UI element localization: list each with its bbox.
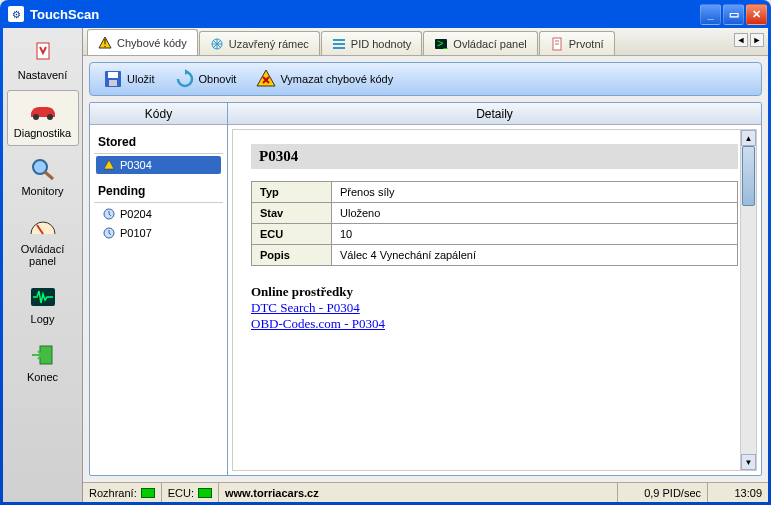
warning-icon — [102, 158, 116, 172]
status-interface: Rozhraní: — [83, 483, 162, 502]
svg-point-2 — [47, 114, 53, 120]
warning-icon: ! — [98, 36, 112, 50]
svg-text:>_: >_ — [437, 37, 448, 49]
row-typ-value: Přenos síly — [332, 182, 738, 203]
svg-rect-11 — [333, 43, 345, 45]
window-title: TouchScan — [28, 7, 700, 22]
tab-scroll-left[interactable]: ◄ — [734, 33, 748, 47]
tab-pid-values[interactable]: PID hodnoty — [321, 31, 423, 55]
sidebar-item-label: Ovládací panel — [10, 243, 76, 267]
code-label: P0204 — [120, 208, 152, 220]
code-label: P0107 — [120, 227, 152, 239]
car-icon — [27, 97, 59, 125]
tab-initial[interactable]: Prvotní — [539, 31, 615, 55]
settings-icon — [27, 39, 59, 67]
save-button[interactable]: Uložit — [94, 65, 164, 93]
code-item-p0204[interactable]: P0204 — [96, 205, 221, 223]
sidebar-item-logs[interactable]: Logy — [7, 276, 79, 332]
stored-group-head: Stored — [94, 131, 223, 154]
detail-table: TypPřenos síly StavUloženo ECU10 PopisVá… — [251, 181, 738, 266]
row-stav-value: Uloženo — [332, 203, 738, 224]
code-label: P0304 — [120, 159, 152, 171]
button-label: Vymazat chybové kódy — [280, 73, 393, 85]
magnifier-icon — [27, 155, 59, 183]
maximize-button[interactable]: ▭ — [723, 4, 744, 25]
sidebar-item-label: Konec — [10, 371, 76, 383]
ecu-label: ECU: — [168, 487, 194, 499]
close-button[interactable]: ✕ — [746, 4, 767, 25]
row-popis-label: Popis — [252, 245, 332, 266]
tab-label: Uzavřený rámec — [229, 38, 309, 50]
statusbar: Rozhraní: ECU: www.torriacars.cz 0,9 PID… — [83, 482, 768, 502]
sidebar-item-label: Monitory — [10, 185, 76, 197]
tab-freeze-frame[interactable]: Uzavřený rámec — [199, 31, 320, 55]
scroll-up-arrow[interactable]: ▲ — [741, 130, 756, 146]
codes-column: Kódy Stored P0304 Pending P0204 — [90, 103, 228, 475]
tabs: ! Chybové kódy Uzavřený rámec PID hodnot… — [83, 28, 768, 56]
pending-group-head: Pending — [94, 180, 223, 203]
sidebar-item-exit[interactable]: Konec — [7, 334, 79, 390]
code-item-p0304[interactable]: P0304 — [96, 156, 221, 174]
interface-led — [141, 488, 155, 498]
list-icon — [332, 37, 346, 51]
tab-control-panel[interactable]: >_ Ovládací panel — [423, 31, 537, 55]
row-typ-label: Typ — [252, 182, 332, 203]
sidebar-item-monitors[interactable]: Monitory — [7, 148, 79, 204]
svg-rect-12 — [333, 47, 345, 49]
minimize-button[interactable]: _ — [700, 4, 721, 25]
tab-label: Chybové kódy — [117, 37, 187, 49]
codes-header: Kódy — [90, 103, 227, 125]
clock-icon — [102, 207, 116, 221]
interface-label: Rozhraní: — [89, 487, 137, 499]
svg-point-1 — [33, 114, 39, 120]
link-obd-codes[interactable]: OBD-Codes.com - P0304 — [251, 316, 738, 332]
sidebar-item-label: Diagnostika — [10, 127, 76, 139]
tab-scroll-right[interactable]: ► — [750, 33, 764, 47]
wave-icon — [27, 283, 59, 311]
sidebar-item-settings[interactable]: Nastavení — [7, 32, 79, 88]
button-label: Obnovit — [199, 73, 237, 85]
status-url: www.torriacars.cz — [219, 483, 618, 502]
tab-label: Ovládací panel — [453, 38, 526, 50]
row-ecu-label: ECU — [252, 224, 332, 245]
warning-x-icon — [256, 69, 276, 89]
terminal-icon: >_ — [434, 37, 448, 51]
svg-text:!: ! — [103, 37, 106, 49]
sidebar-item-label: Nastavení — [10, 69, 76, 81]
sidebar: Nastavení Diagnostika Monitory Ovládací … — [3, 28, 83, 502]
toolbar: Uložit Obnovit Vymazat chybové kódy — [89, 62, 762, 96]
tab-error-codes[interactable]: ! Chybové kódy — [87, 29, 198, 55]
row-stav-label: Stav — [252, 203, 332, 224]
titlebar: ⚙ TouchScan _ ▭ ✕ — [0, 0, 771, 28]
svg-line-4 — [45, 172, 53, 179]
tab-label: PID hodnoty — [351, 38, 412, 50]
refresh-icon — [175, 69, 195, 89]
clear-codes-button[interactable]: Vymazat chybové kódy — [247, 65, 402, 93]
svg-rect-20 — [109, 80, 117, 86]
details-header: Detaily — [228, 103, 761, 125]
row-popis-value: Válec 4 Vynechání zapálení — [332, 245, 738, 266]
scroll-down-arrow[interactable]: ▼ — [741, 454, 756, 470]
svg-point-3 — [33, 160, 47, 174]
detail-title: P0304 — [251, 144, 738, 169]
tab-label: Prvotní — [569, 38, 604, 50]
row-ecu-value: 10 — [332, 224, 738, 245]
code-item-p0107[interactable]: P0107 — [96, 224, 221, 242]
save-icon — [103, 69, 123, 89]
scroll-thumb[interactable] — [742, 146, 755, 206]
details-scrollbar[interactable]: ▲ ▼ — [740, 130, 756, 470]
svg-rect-10 — [333, 39, 345, 41]
button-label: Uložit — [127, 73, 155, 85]
app-icon: ⚙ — [8, 6, 24, 22]
exit-icon — [27, 341, 59, 369]
refresh-button[interactable]: Obnovit — [166, 65, 246, 93]
sidebar-item-diagnostics[interactable]: Diagnostika — [7, 90, 79, 146]
snowflake-icon — [210, 37, 224, 51]
sidebar-item-control[interactable]: Ovládací panel — [7, 206, 79, 274]
details-column: Detaily P0304 TypPřenos síly StavUloženo… — [228, 103, 761, 475]
sidebar-item-label: Logy — [10, 313, 76, 325]
status-pid-rate: 0,9 PID/sec — [618, 483, 708, 502]
status-ecu: ECU: — [162, 483, 219, 502]
link-dtc-search[interactable]: DTC Search - P0304 — [251, 300, 738, 316]
svg-rect-19 — [108, 72, 118, 78]
